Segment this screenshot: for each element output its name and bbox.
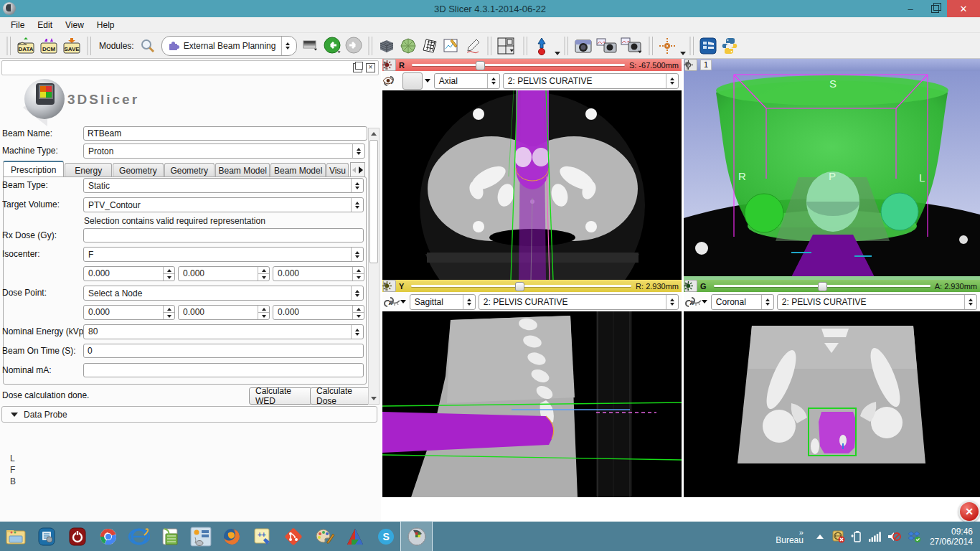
save-button[interactable]: SAVE	[61, 35, 83, 57]
yellow-volume-spinner[interactable]	[666, 295, 678, 309]
screenshot-button[interactable]	[573, 35, 594, 57]
taskbar-settings-button[interactable]	[31, 522, 62, 551]
chart-edit-button[interactable]	[441, 35, 461, 57]
taskbar-openoffice-button[interactable]	[154, 522, 185, 551]
nominal-energy-spinner[interactable]	[351, 325, 363, 339]
brightness-icon[interactable]	[684, 281, 693, 291]
menu-file[interactable]: File	[4, 19, 31, 32]
target-volume-spinner[interactable]	[351, 198, 363, 212]
green-volume-combo[interactable]: 2: PELVIS CURATIVE	[777, 294, 977, 310]
module-selector-spinner[interactable]	[281, 37, 293, 55]
tab-beam-model-1[interactable]: Beam Model	[215, 163, 270, 177]
machine-type-spinner[interactable]	[352, 144, 364, 158]
yellow-volume-combo[interactable]: 2: PELVIS CURATIVE	[479, 294, 679, 310]
sagittal-slice-image[interactable]	[382, 311, 682, 497]
close-button[interactable]: ✕	[947, 0, 980, 17]
transform-sheet-button[interactable]	[420, 35, 440, 57]
menu-view[interactable]: View	[59, 19, 90, 32]
desktop-toolbar[interactable]: » Bureau	[776, 529, 804, 545]
red-slice-slider[interactable]	[412, 62, 625, 68]
red-slice-view[interactable]: R S: -67.500mm » Axial	[382, 59, 682, 280]
green-orientation-combo[interactable]: Coronal	[711, 294, 774, 310]
dose-point-x-spinbox[interactable]: 0.000	[83, 305, 175, 320]
panel-scrollbar[interactable]	[368, 128, 380, 405]
rx-dose-input[interactable]	[83, 228, 364, 242]
module-history-button[interactable]	[301, 35, 321, 57]
module-search-button[interactable]	[138, 35, 158, 57]
threed-view[interactable]: 1	[684, 59, 980, 280]
clock[interactable]: 09:46 27/06/2014	[930, 527, 973, 547]
dropbox-icon[interactable]	[907, 530, 921, 543]
taskbar-cmake-button[interactable]	[339, 522, 370, 551]
machine-type-combo[interactable]: Proton	[83, 143, 365, 159]
dicom-button[interactable]: DCM	[38, 35, 60, 57]
target-volume-combo[interactable]: PTV_Contour	[83, 197, 364, 212]
floating-close-button[interactable]: ✕	[958, 501, 980, 522]
scroll-up-icon[interactable]	[371, 132, 377, 136]
scrollbar-thumb[interactable]	[369, 140, 378, 263]
menu-edit[interactable]: Edit	[31, 19, 59, 32]
load-data-button[interactable]: DATA	[15, 35, 37, 57]
red-orientation-combo[interactable]: Axial	[434, 73, 500, 89]
annotation-pen-button[interactable]	[463, 35, 483, 57]
eye-dropdown-caret[interactable]	[425, 79, 430, 83]
taskbar-display-settings-button[interactable]	[185, 522, 216, 551]
scene-view-button[interactable]	[595, 35, 618, 57]
minimize-button[interactable]: –	[898, 0, 923, 17]
taskbar-ie-button[interactable]	[123, 522, 154, 551]
isocenter-x-spinbox[interactable]: 0.000	[83, 266, 175, 281]
green-slice-view[interactable]: G A: 2.930mm » Coronal	[684, 280, 980, 497]
red-volume-spinner[interactable]	[666, 74, 678, 88]
calculate-wed-button[interactable]: Calculate WED	[249, 387, 312, 405]
tab-scroll-buttons[interactable]	[350, 162, 365, 177]
green-volume-spinner[interactable]	[964, 295, 976, 309]
crosshair-button[interactable]	[657, 35, 677, 57]
data-probe-header[interactable]: Data Probe	[1, 406, 377, 423]
center-view-icon[interactable]	[684, 60, 693, 70]
python-console-button[interactable]	[720, 35, 740, 57]
red-orientation-spinner[interactable]	[487, 74, 499, 88]
tab-geometry-1[interactable]: Geometry	[113, 163, 163, 177]
threed-scene[interactable]: S R P L	[684, 71, 980, 280]
taskbar-power-button[interactable]	[62, 522, 93, 551]
dose-point-spinner[interactable]	[351, 286, 363, 300]
restore-button[interactable]	[923, 0, 947, 17]
isocenter-spinner[interactable]	[351, 248, 363, 261]
beam-type-combo[interactable]: Static	[83, 178, 364, 193]
calculate-dose-button[interactable]: Calculate Dose	[310, 387, 370, 405]
isocenter-y-spinbox[interactable]: 0.000	[178, 266, 270, 281]
crosshair-dropdown-caret[interactable]	[680, 52, 686, 55]
beam-type-spinner[interactable]	[351, 179, 363, 192]
menu-help[interactable]: Help	[90, 19, 121, 32]
beam-name-input[interactable]	[83, 126, 367, 141]
dose-point-combo[interactable]: Select a Node	[83, 286, 364, 301]
module-selector[interactable]: External Beam Planning	[161, 36, 298, 56]
tab-beam-model-2[interactable]: Beam Model	[270, 163, 326, 177]
extensions-manager-button[interactable]	[698, 35, 718, 57]
isocenter-combo[interactable]: F	[83, 247, 364, 262]
taskbar-git-button[interactable]	[278, 522, 308, 551]
red-volume-combo[interactable]: 2: PELVIS CURATIVE	[503, 73, 679, 89]
scroll-down-icon[interactable]	[371, 397, 377, 400]
axial-slice-image[interactable]	[382, 90, 682, 280]
taskbar-plusplus-button[interactable]: ++	[247, 522, 278, 551]
green-orientation-spinner[interactable]	[761, 295, 773, 309]
eye-closed-icon[interactable]	[388, 298, 401, 306]
scene-view-restore-button[interactable]	[620, 35, 644, 57]
brightness-icon[interactable]	[382, 281, 392, 291]
layout-selector-button[interactable]	[496, 35, 519, 57]
crystal-button[interactable]	[398, 35, 418, 57]
volume-muted-icon[interactable]	[887, 530, 901, 543]
volume-rendering-button[interactable]	[377, 35, 397, 57]
network-error-icon[interactable]	[832, 530, 845, 543]
dose-point-z-spinbox[interactable]: 0.000	[273, 305, 364, 320]
fiducial-dropdown-caret[interactable]	[555, 52, 560, 55]
nominal-energy-spinbox[interactable]: 80	[83, 324, 364, 339]
taskbar-skype-button[interactable]: S	[370, 522, 401, 551]
yellow-slice-slider[interactable]	[411, 283, 631, 289]
yellow-slice-view[interactable]: Y R: 2.930mm » Sagittal	[382, 280, 682, 497]
green-slice-slider[interactable]	[714, 283, 930, 289]
taskbar-explorer-button[interactable]	[0, 522, 31, 551]
tray-expand-icon[interactable]	[816, 534, 824, 539]
coronal-slice-image[interactable]	[684, 311, 980, 497]
